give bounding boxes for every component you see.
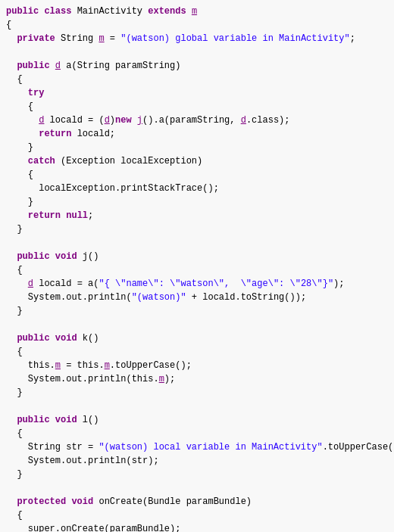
- code-token: {: [6, 18, 11, 32]
- code-line: System.out.println(str);: [0, 454, 394, 468]
- code-line: System.out.println("(watson)" + locald.t…: [0, 291, 394, 304]
- code-line: localException.printStackTrace();: [0, 182, 394, 195]
- code-token: (Exception localException): [55, 154, 202, 168]
- code-line: [0, 400, 394, 413]
- code-token: public: [17, 250, 49, 263]
- code-token: String: [55, 32, 99, 45]
- code-token: ;: [350, 32, 355, 45]
- code-token: {: [6, 345, 23, 359]
- code-line: {: [0, 263, 394, 277]
- code-line: {: [0, 73, 394, 86]
- code-token: locald;: [71, 127, 115, 141]
- code-token: "(watson)": [132, 291, 186, 304]
- code-token: {: [6, 509, 23, 522]
- code-token: return: [39, 127, 71, 141]
- code-line: try: [0, 86, 394, 100]
- code-token: ().a(paramString,: [142, 114, 241, 127]
- code-token: }: [6, 468, 23, 481]
- code-line: return locald;: [0, 127, 394, 141]
- code-token: void: [71, 495, 93, 509]
- code-token: j: [137, 114, 142, 127]
- code-token: l(): [77, 413, 99, 427]
- code-token: }: [6, 141, 33, 154]
- code-token: "(watson) local variable in MainActivity…: [98, 440, 322, 454]
- code-token: m: [105, 359, 110, 372]
- code-line: String str = "(watson) local variable in…: [0, 440, 394, 454]
- code-token: d: [241, 114, 246, 127]
- code-line: }: [0, 222, 394, 236]
- code-token: new: [115, 114, 132, 127]
- code-token: .class);: [246, 114, 290, 127]
- code-line: return null;: [0, 209, 394, 222]
- code-token: .toUpperCase();: [323, 440, 394, 454]
- code-token: ;: [88, 209, 93, 222]
- code-token: }: [6, 304, 23, 318]
- code-token: =: [105, 32, 121, 45]
- code-line: }: [0, 468, 394, 481]
- code-token: MainActivity: [71, 5, 148, 18]
- code-line: public d a(String paramString): [0, 59, 394, 73]
- code-token: catch: [28, 154, 55, 168]
- code-line: [0, 236, 394, 250]
- code-token: "(watson) global variable in MainActivit…: [120, 32, 349, 45]
- code-token: {: [6, 263, 23, 277]
- code-token: [6, 209, 28, 222]
- code-token: locald = (: [44, 114, 104, 127]
- code-line: {: [0, 100, 394, 114]
- code-token: [6, 250, 17, 263]
- code-token: class: [44, 5, 71, 18]
- code-token: protected: [17, 495, 66, 509]
- code-token: localException.printStackTrace();: [6, 182, 219, 195]
- code-token: try: [28, 86, 45, 100]
- code-token: String str =: [6, 440, 98, 454]
- code-token: System.out.println(str);: [6, 454, 159, 468]
- code-token: = this.: [61, 359, 105, 372]
- code-token: super.onCreate(paramBundle);: [6, 522, 180, 532]
- code-token: this.: [6, 359, 55, 372]
- code-token: [50, 413, 55, 427]
- code-token: a(String paramString): [61, 59, 180, 73]
- code-line: public class MainActivity extends m: [0, 5, 394, 18]
- code-line: private String m = "(watson) global vari…: [0, 32, 394, 45]
- code-line: }: [0, 141, 394, 154]
- code-token: k(): [77, 331, 99, 345]
- code-token: private: [17, 32, 55, 45]
- code-token: d: [28, 277, 33, 291]
- code-line: [0, 481, 394, 495]
- code-token: [6, 86, 28, 100]
- code-token: );: [164, 372, 175, 386]
- code-token: public: [6, 5, 39, 18]
- code-line: }: [0, 386, 394, 400]
- code-line: }: [0, 304, 394, 318]
- code-token: public: [17, 413, 49, 427]
- code-line: }: [0, 195, 394, 209]
- code-token: }: [6, 386, 23, 400]
- code-token: public: [17, 331, 49, 345]
- code-token: void: [55, 413, 77, 427]
- code-token: d: [55, 59, 61, 73]
- code-token: [6, 154, 28, 168]
- code-token: + locald.toString());: [186, 291, 306, 304]
- code-token: [6, 413, 17, 427]
- code-token: onCreate(Bundle paramBundle): [93, 495, 252, 509]
- code-line: this.m = this.m.toUpperCase();: [0, 359, 394, 372]
- code-token: {: [6, 168, 33, 182]
- code-token: [6, 495, 17, 509]
- code-token: extends: [148, 5, 186, 18]
- code-token: }: [6, 195, 33, 209]
- code-token: [6, 127, 39, 141]
- code-token: "{ \"name\": \"watson\", \"age\": \"28\"…: [98, 277, 333, 291]
- code-line: d locald = a("{ \"name\": \"watson\", \"…: [0, 277, 394, 291]
- code-token: j(): [77, 250, 99, 263]
- code-token: [132, 114, 137, 127]
- code-token: void: [55, 250, 77, 263]
- code-line: [0, 318, 394, 331]
- code-token: .toUpperCase();: [110, 359, 192, 372]
- code-token: [66, 495, 71, 509]
- code-token: m: [192, 5, 197, 18]
- code-token: d: [105, 114, 110, 127]
- code-token: );: [333, 277, 344, 291]
- code-line: super.onCreate(paramBundle);: [0, 522, 394, 532]
- code-line: d locald = (d)new j().a(paramString, d.c…: [0, 114, 394, 127]
- code-viewer: public class MainActivity extends m{ pri…: [0, 0, 394, 532]
